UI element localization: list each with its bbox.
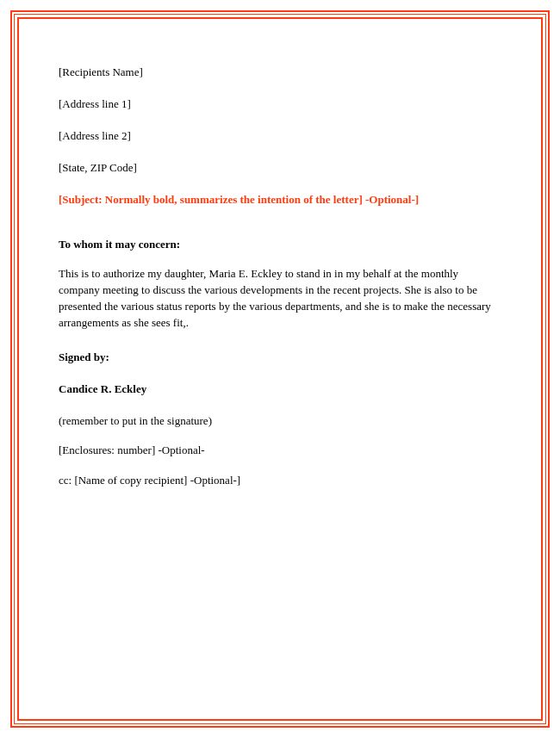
state-zip: [State, ZIP Code] (59, 161, 501, 176)
enclosures-line: [Enclosures: number] -Optional- (59, 443, 501, 458)
address-line-2: [Address line 2] (59, 129, 501, 144)
signer-name: Candice R. Eckley (59, 382, 501, 397)
address-line-1: [Address line 1] (59, 97, 501, 112)
letter-content: [Recipients Name] [Address line 1] [Addr… (59, 65, 501, 488)
signature-note: (remember to put in the signature) (59, 414, 501, 429)
letter-body: This is to authorize my daughter, Maria … (59, 266, 501, 331)
signed-by-label: Signed by: (59, 350, 501, 365)
subject-line: [Subject: Normally bold, summarizes the … (59, 193, 501, 208)
recipient-name: [Recipients Name] (59, 65, 501, 80)
cc-line: cc: [Name of copy recipient] -Optional-] (59, 474, 501, 488)
salutation: To whom it may concern: (59, 238, 501, 252)
